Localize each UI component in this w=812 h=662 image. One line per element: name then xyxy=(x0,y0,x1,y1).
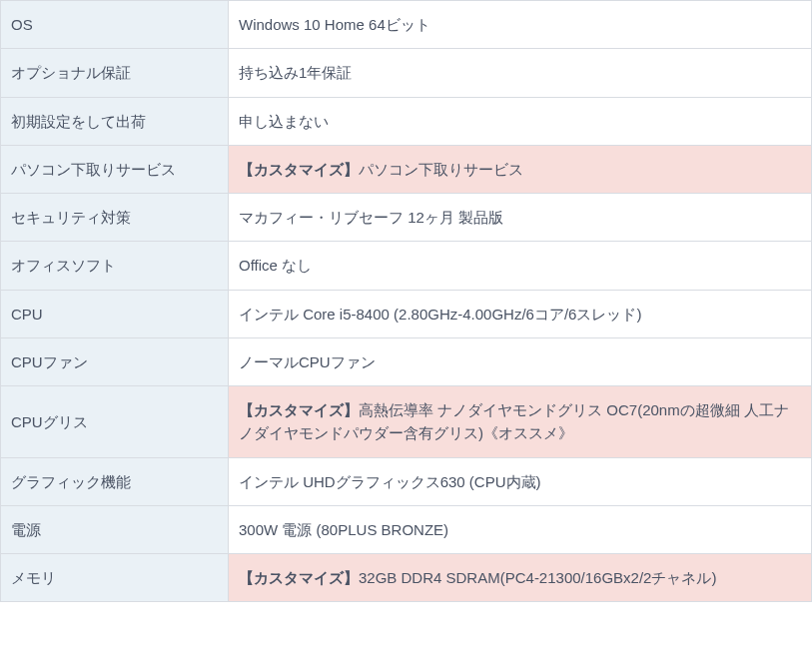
table-row: オフィスソフトOffice なし xyxy=(1,242,812,290)
customize-badge: 【カスタマイズ】 xyxy=(239,569,359,586)
customize-badge: 【カスタマイズ】 xyxy=(239,161,359,178)
spec-value-text: 32GB DDR4 SDRAM(PC4-21300/16GBx2/2チャネル) xyxy=(359,569,716,586)
table-row: オプショナル保証持ち込み1年保証 xyxy=(1,49,812,97)
spec-value: Office なし xyxy=(229,242,812,290)
spec-label: CPUグリス xyxy=(1,386,229,458)
spec-table-body: OSWindows 10 Home 64ビットオプショナル保証持ち込み1年保証初… xyxy=(1,1,812,602)
table-row: 初期設定をして出荷申し込まない xyxy=(1,97,812,145)
spec-label: 初期設定をして出荷 xyxy=(1,97,229,145)
table-row: セキュリティ対策マカフィー・リブセーフ 12ヶ月 製品版 xyxy=(1,194,812,242)
table-row: CPUグリス【カスタマイズ】高熱伝導率 ナノダイヤモンドグリス OC7(20nm… xyxy=(1,386,812,458)
spec-label: セキュリティ対策 xyxy=(1,194,229,242)
table-row: OSWindows 10 Home 64ビット xyxy=(1,1,812,49)
spec-value: ノーマルCPUファン xyxy=(229,337,812,385)
spec-value: 【カスタマイズ】32GB DDR4 SDRAM(PC4-21300/16GBx2… xyxy=(229,554,812,602)
table-row: CPUインテル Core i5-8400 (2.80GHz-4.00GHz/6コ… xyxy=(1,290,812,337)
spec-label: メモリ xyxy=(1,554,229,602)
spec-value: 持ち込み1年保証 xyxy=(229,49,812,97)
table-row: メモリ【カスタマイズ】32GB DDR4 SDRAM(PC4-21300/16G… xyxy=(1,554,812,602)
table-row: グラフィック機能インテル UHDグラフィックス630 (CPU内蔵) xyxy=(1,457,812,505)
spec-value: 申し込まない xyxy=(229,97,812,145)
table-row: CPUファンノーマルCPUファン xyxy=(1,337,812,385)
spec-label: グラフィック機能 xyxy=(1,457,229,505)
table-row: パソコン下取りサービス【カスタマイズ】パソコン下取りサービス xyxy=(1,145,812,193)
spec-label: CPU xyxy=(1,290,229,337)
spec-value: マカフィー・リブセーフ 12ヶ月 製品版 xyxy=(229,194,812,242)
spec-label: オフィスソフト xyxy=(1,242,229,290)
spec-label: CPUファン xyxy=(1,337,229,385)
spec-label: OS xyxy=(1,1,229,49)
spec-value: 300W 電源 (80PLUS BRONZE) xyxy=(229,505,812,553)
spec-value-text: パソコン下取りサービス xyxy=(359,161,523,178)
spec-label: パソコン下取りサービス xyxy=(1,145,229,193)
spec-value: インテル Core i5-8400 (2.80GHz-4.00GHz/6コア/6… xyxy=(229,290,812,337)
spec-label: オプショナル保証 xyxy=(1,49,229,97)
spec-value: インテル UHDグラフィックス630 (CPU内蔵) xyxy=(229,457,812,505)
spec-value: Windows 10 Home 64ビット xyxy=(229,1,812,49)
customize-badge: 【カスタマイズ】 xyxy=(239,401,359,418)
spec-value: 【カスタマイズ】高熱伝導率 ナノダイヤモンドグリス OC7(20nmの超微細 人… xyxy=(229,386,812,458)
spec-label: 電源 xyxy=(1,505,229,553)
table-row: 電源300W 電源 (80PLUS BRONZE) xyxy=(1,505,812,553)
spec-value: 【カスタマイズ】パソコン下取りサービス xyxy=(229,145,812,193)
spec-table: OSWindows 10 Home 64ビットオプショナル保証持ち込み1年保証初… xyxy=(0,0,812,602)
